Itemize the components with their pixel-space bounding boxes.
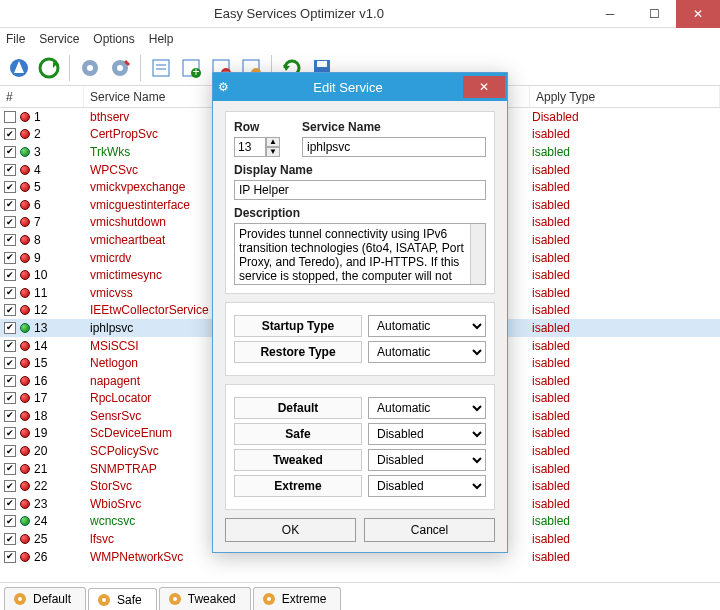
- service-name: vmicrdv: [90, 251, 131, 265]
- svg-point-1: [40, 59, 58, 77]
- toolbar-gear2-icon[interactable]: [107, 55, 133, 81]
- row-checkbox[interactable]: ✔: [4, 551, 16, 563]
- service-name: napagent: [90, 374, 140, 388]
- toolbar-list-add-icon[interactable]: +: [178, 55, 204, 81]
- row-number: 21: [34, 462, 47, 476]
- row-checkbox[interactable]: ✔: [4, 375, 16, 387]
- row-checkbox[interactable]: ✔: [4, 164, 16, 176]
- row-input[interactable]: [234, 137, 266, 157]
- row-spinner[interactable]: ▲▼: [234, 137, 292, 157]
- dialog-titlebar[interactable]: ⚙ Edit Service ✕: [213, 73, 507, 101]
- tab-safe[interactable]: Safe: [88, 588, 157, 610]
- toolbar-refresh-icon[interactable]: [36, 55, 62, 81]
- spin-down-icon[interactable]: ▼: [266, 147, 280, 157]
- service-name: vmictimesync: [90, 268, 162, 282]
- ok-button[interactable]: OK: [225, 518, 356, 542]
- apply-type: isabled: [532, 426, 570, 440]
- row-checkbox[interactable]: ✔: [4, 533, 16, 545]
- cancel-button[interactable]: Cancel: [364, 518, 495, 542]
- row-number: 17: [34, 391, 47, 405]
- svg-point-20: [18, 597, 22, 601]
- row-number: 6: [34, 198, 41, 212]
- row-checkbox[interactable]: ✔: [4, 199, 16, 211]
- window-minimize-button[interactable]: ─: [588, 0, 632, 28]
- menu-help[interactable]: Help: [149, 32, 174, 46]
- row-checkbox[interactable]: ✔: [4, 357, 16, 369]
- apply-type: isabled: [532, 462, 570, 476]
- status-dot-icon: [20, 341, 30, 351]
- column-number[interactable]: #: [0, 86, 84, 107]
- toolbar-gear1-icon[interactable]: [77, 55, 103, 81]
- row-checkbox[interactable]: ✔: [4, 410, 16, 422]
- service-name: wcncsvc: [90, 514, 135, 528]
- tab-extreme[interactable]: Extreme: [253, 587, 342, 610]
- tweaked-select[interactable]: Disabled: [368, 449, 486, 471]
- row-checkbox[interactable]: ✔: [4, 445, 16, 457]
- status-dot-icon: [20, 376, 30, 386]
- spin-up-icon[interactable]: ▲: [266, 137, 280, 147]
- row-checkbox[interactable]: ✔: [4, 269, 16, 281]
- window-close-button[interactable]: ✕: [676, 0, 720, 28]
- row-checkbox[interactable]: ✔: [4, 322, 16, 334]
- default-select[interactable]: Automatic: [368, 397, 486, 419]
- tweaked-label: Tweaked: [234, 449, 362, 471]
- service-name: Netlogon: [90, 356, 138, 370]
- restore-type-select[interactable]: Automatic: [368, 341, 486, 363]
- service-name-input[interactable]: [302, 137, 486, 157]
- row-checkbox[interactable]: ✔: [4, 498, 16, 510]
- row-number: 22: [34, 479, 47, 493]
- tab-tweaked[interactable]: Tweaked: [159, 587, 251, 610]
- status-dot-icon: [20, 147, 30, 157]
- menu-service[interactable]: Service: [39, 32, 79, 46]
- row-checkbox[interactable]: ✔: [4, 234, 16, 246]
- edit-service-dialog: ⚙ Edit Service ✕ Row ▲▼ Service Name Dis: [212, 72, 508, 553]
- apply-type: isabled: [532, 550, 570, 564]
- column-apply-type[interactable]: Apply Type: [530, 86, 720, 107]
- row-checkbox[interactable]: ✔: [4, 480, 16, 492]
- display-name-label: Display Name: [234, 163, 486, 177]
- row-checkbox[interactable]: ✔: [4, 340, 16, 352]
- row-checkbox[interactable]: ✔: [4, 304, 16, 316]
- row-checkbox[interactable]: ✔: [4, 128, 16, 140]
- row-checkbox[interactable]: ✔: [4, 181, 16, 193]
- row-number: 3: [34, 145, 41, 159]
- row-checkbox[interactable]: ✔: [4, 146, 16, 158]
- tab-default[interactable]: Default: [4, 587, 86, 610]
- service-name: StorSvc: [90, 479, 132, 493]
- service-name: vmickvpexchange: [90, 180, 185, 194]
- row-checkbox[interactable]: ✔: [4, 463, 16, 475]
- toolbar-list1-icon[interactable]: [148, 55, 174, 81]
- status-dot-icon: [20, 323, 30, 333]
- apply-type: isabled: [532, 391, 570, 405]
- menu-file[interactable]: File: [6, 32, 25, 46]
- row-checkbox[interactable]: ✔: [4, 392, 16, 404]
- scrollbar[interactable]: [470, 224, 485, 284]
- startup-type-select[interactable]: Automatic: [368, 315, 486, 337]
- menu-options[interactable]: Options: [93, 32, 134, 46]
- apply-type: isabled: [532, 251, 570, 265]
- row-checkbox[interactable]: ✔: [4, 216, 16, 228]
- display-name-input[interactable]: [234, 180, 486, 200]
- row-checkbox[interactable]: [4, 111, 16, 123]
- service-name: WPCSvc: [90, 163, 138, 177]
- apply-type: isabled: [532, 215, 570, 229]
- row-label: Row: [234, 120, 292, 134]
- status-dot-icon: [20, 200, 30, 210]
- service-name: vmicguestinterface: [90, 198, 190, 212]
- apply-type: isabled: [532, 303, 570, 317]
- service-name: lfsvc: [90, 532, 114, 546]
- description-textarea[interactable]: Provides tunnel connectivity using IPv6 …: [234, 223, 486, 285]
- dialog-close-button[interactable]: ✕: [463, 76, 505, 98]
- row-checkbox[interactable]: ✔: [4, 287, 16, 299]
- row-checkbox[interactable]: ✔: [4, 427, 16, 439]
- svg-rect-6: [153, 60, 169, 76]
- row-number: 19: [34, 426, 47, 440]
- row-number: 14: [34, 339, 47, 353]
- row-checkbox[interactable]: ✔: [4, 515, 16, 527]
- safe-select[interactable]: Disabled: [368, 423, 486, 445]
- toolbar-rocket-icon[interactable]: [6, 55, 32, 81]
- row-checkbox[interactable]: ✔: [4, 252, 16, 264]
- window-maximize-button[interactable]: ☐: [632, 0, 676, 28]
- apply-type: isabled: [532, 339, 570, 353]
- extreme-select[interactable]: Disabled: [368, 475, 486, 497]
